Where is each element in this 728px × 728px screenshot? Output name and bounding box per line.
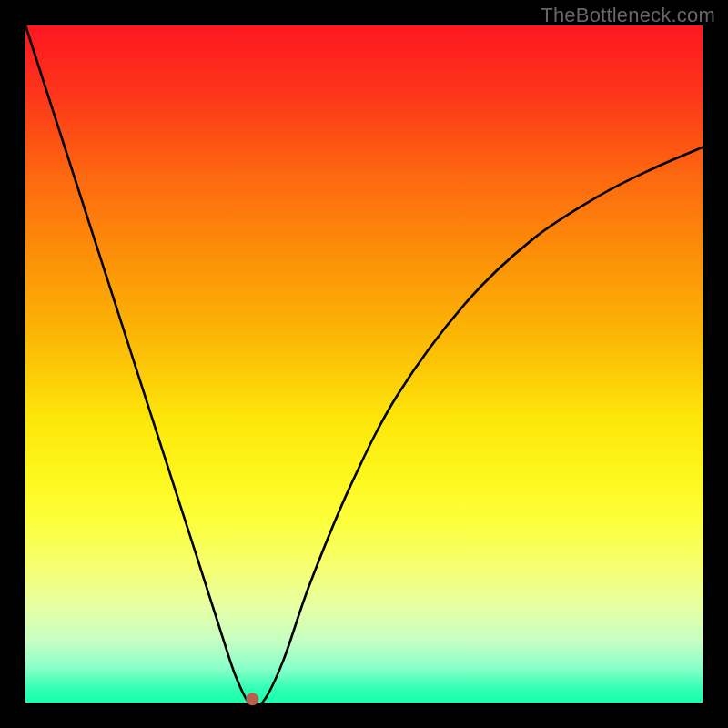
plot-area	[25, 25, 703, 703]
chart-svg	[25, 25, 703, 703]
chart-frame: TheBottleneck.com	[0, 0, 728, 728]
minimum-marker	[246, 693, 258, 705]
watermark-text: TheBottleneck.com	[541, 4, 715, 27]
curve-line	[25, 25, 703, 707]
